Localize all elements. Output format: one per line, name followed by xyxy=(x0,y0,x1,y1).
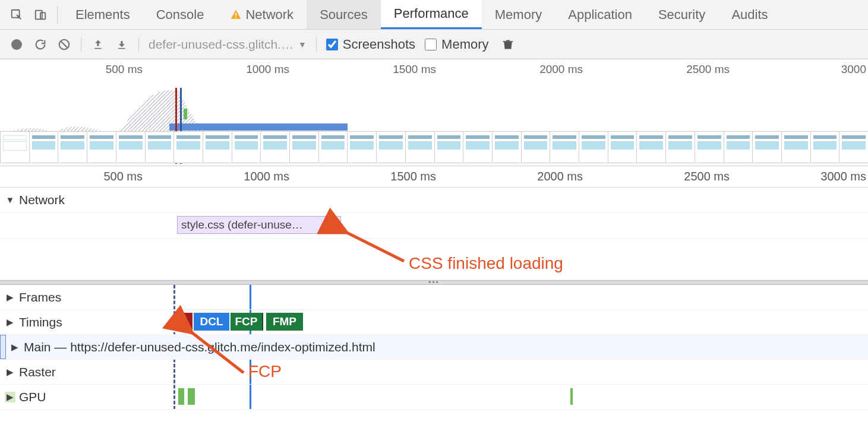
overview-thumb xyxy=(608,131,637,163)
divider xyxy=(316,37,317,52)
memory-checkbox[interactable]: Memory xyxy=(425,37,488,52)
reload-button[interactable] xyxy=(33,37,48,52)
svg-rect-8 xyxy=(503,41,513,42)
timing-fmp[interactable]: FMP xyxy=(266,313,303,331)
tab-application[interactable]: Application xyxy=(555,0,645,29)
overview-thumb xyxy=(347,131,377,163)
tab-performance[interactable]: Performance xyxy=(381,0,482,29)
overview-thumb xyxy=(376,131,406,163)
overview-thumb xyxy=(810,131,840,163)
overview-thumb xyxy=(695,131,724,163)
overview-thumb xyxy=(636,131,666,163)
ruler-tick: 1000 ms xyxy=(244,170,289,183)
network-request-label: style.css (defer-unuse… xyxy=(181,218,303,231)
overview-blue-range xyxy=(169,123,348,131)
clear-button[interactable] xyxy=(57,37,71,52)
track-label: Main — https://defer-unused-css.glitch.m… xyxy=(24,340,375,354)
overview-thumb xyxy=(232,131,261,163)
download-icon[interactable] xyxy=(115,37,129,52)
overview-thumb xyxy=(29,131,59,163)
svg-rect-4 xyxy=(236,17,237,18)
overview-thumb xyxy=(116,131,146,163)
recording-select[interactable]: defer-unused-css.glitch.… ▼ xyxy=(149,37,307,52)
track-network-spacer xyxy=(0,239,868,280)
chevron-down-icon: ▼ xyxy=(5,195,15,205)
overview-thumb xyxy=(434,131,464,163)
tab-security[interactable]: Security xyxy=(645,0,718,29)
gpu-activity xyxy=(570,388,573,405)
track-network-row[interactable]: style.css (defer-unuse… xyxy=(0,212,868,239)
chevron-down-icon: ▼ xyxy=(298,40,307,49)
overview-thumb xyxy=(665,131,695,163)
timing-dcl[interactable]: DCL xyxy=(194,313,229,331)
tab-audits[interactable]: Audits xyxy=(718,0,781,29)
chevron-right-icon: ▶ xyxy=(5,292,15,303)
track-label: Network xyxy=(19,193,65,207)
svg-rect-1 xyxy=(36,10,42,19)
overview-thumb xyxy=(289,131,319,163)
divider xyxy=(81,37,81,52)
ruler-tick: 3000 xyxy=(841,63,866,76)
track-gpu[interactable]: ▶ GPU xyxy=(0,385,868,410)
ruler-tick: 500 ms xyxy=(103,170,143,183)
overview-thumb xyxy=(492,131,522,163)
overview-thumb xyxy=(724,131,753,163)
ruler-tick: 2000 ms xyxy=(539,63,583,76)
overview-thumb xyxy=(203,131,232,163)
ruler-tick: 2500 ms xyxy=(684,170,730,183)
tab-memory[interactable]: Memory xyxy=(482,0,555,29)
timing-fcp[interactable]: FCP xyxy=(231,313,263,331)
screenshots-checkbox[interactable]: Screenshots xyxy=(326,37,415,52)
ruler-tick: 3000 ms xyxy=(820,170,866,183)
inspect-icon[interactable] xyxy=(5,0,29,30)
overview-thumb xyxy=(405,131,435,163)
chevron-right-icon: ▶ xyxy=(10,342,20,353)
divider xyxy=(138,37,139,52)
track-label: Timings xyxy=(19,315,62,329)
track-label: Frames xyxy=(19,290,61,304)
overview-thumb xyxy=(839,131,868,163)
tab-network[interactable]: Network xyxy=(217,0,307,29)
gpu-activity xyxy=(178,388,184,405)
network-request-bar[interactable]: style.css (defer-unuse… xyxy=(177,216,341,234)
screenshots-check-input[interactable] xyxy=(326,39,338,50)
track-main[interactable]: ▶ Main — https://defer-unused-css.glitch… xyxy=(0,335,868,360)
memory-check-input[interactable] xyxy=(425,39,437,50)
devtools-tab-bar: Elements Console Network Sources Perform… xyxy=(0,0,868,30)
track-main-highlight xyxy=(0,335,6,359)
overview-ruler: 500 ms 1000 ms 1500 ms 2000 ms 2500 ms 3… xyxy=(0,59,868,77)
upload-icon[interactable] xyxy=(91,37,105,52)
ruler-tick: 2500 ms xyxy=(686,63,730,76)
overview-thumb xyxy=(145,131,175,163)
record-button[interactable] xyxy=(10,37,24,52)
resize-handle[interactable]: ••• xyxy=(0,280,868,285)
track-label: Raster xyxy=(19,365,56,379)
chevron-right-icon: ▶ xyxy=(5,367,15,377)
ruler-tick: 2000 ms xyxy=(537,170,583,183)
ruler-tick: 1500 ms xyxy=(390,170,436,183)
track-timings[interactable]: ▶ Timings L DCL FCP FMP xyxy=(0,310,868,335)
overview-chart xyxy=(0,77,868,131)
overview-minimap[interactable]: 500 ms 1000 ms 1500 ms 2000 ms 2500 ms 3… xyxy=(0,59,868,166)
overview-thumb xyxy=(781,131,811,163)
tab-sources[interactable]: Sources xyxy=(307,0,381,29)
trash-icon[interactable] xyxy=(501,37,515,52)
ruler-tick: 500 ms xyxy=(106,63,143,76)
chevron-right-icon: ▶ xyxy=(5,317,15,328)
track-network-header[interactable]: ▼ Network xyxy=(0,188,868,212)
detail-pane[interactable]: 500 ms 1000 ms 1500 ms 2000 ms 2500 ms 3… xyxy=(0,166,868,410)
overview-thumb xyxy=(318,131,348,163)
warning-icon xyxy=(230,9,242,21)
timing-load[interactable]: L xyxy=(176,313,192,331)
overview-green-marker xyxy=(184,109,187,119)
overview-thumb xyxy=(0,131,30,163)
overview-thumb xyxy=(752,131,782,163)
track-raster[interactable]: ▶ Raster xyxy=(0,360,868,385)
tab-console[interactable]: Console xyxy=(143,0,217,29)
track-frames[interactable]: ▶ Frames xyxy=(0,285,868,310)
overview-thumb xyxy=(579,131,608,163)
divider xyxy=(57,6,58,24)
tab-elements[interactable]: Elements xyxy=(62,0,143,29)
svg-rect-7 xyxy=(118,47,125,49)
device-toggle-icon[interactable] xyxy=(29,0,52,30)
